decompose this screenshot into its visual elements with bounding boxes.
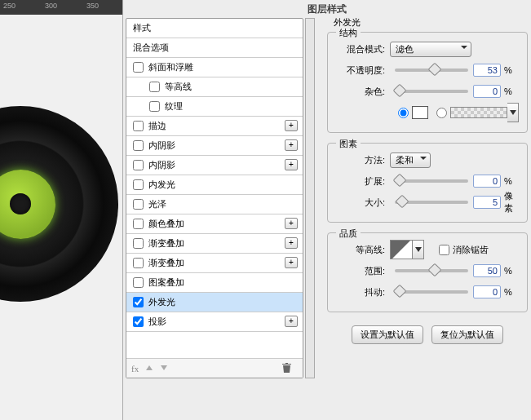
slider-opacity[interactable] (395, 69, 468, 72)
styles-scrollbar[interactable] (305, 18, 315, 378)
reset-default-button[interactable]: 复位为默认值 (431, 325, 503, 344)
sidebar-header-label: 混合选项 (133, 42, 169, 54)
radio-glow-gradient[interactable] (436, 108, 447, 118)
artwork-vinyl-label (0, 170, 55, 239)
slider-noise[interactable] (395, 90, 468, 93)
style-item-checkbox[interactable] (133, 258, 144, 268)
slider-jitter[interactable] (395, 290, 468, 294)
style-item[interactable]: 渐变叠加+ (126, 234, 303, 254)
add-instance-button[interactable]: + (285, 159, 298, 170)
sidebar-header-label: 样式 (133, 22, 151, 34)
style-item-checkbox[interactable] (133, 199, 144, 210)
slider-spread[interactable] (395, 179, 468, 183)
style-item[interactable]: 投影+ (126, 312, 303, 332)
style-item[interactable]: 斜面和浮雕 (126, 58, 303, 77)
style-item[interactable]: 图案叠加 (126, 273, 303, 293)
select-technique[interactable]: 柔和 (390, 153, 431, 168)
group-title-structure: 结构 (336, 27, 361, 39)
row-glow-color (334, 104, 520, 121)
row-blend-mode: 混合模式: 滤色 (334, 41, 520, 57)
style-item-label: 外发光 (148, 296, 175, 308)
style-item-checkbox[interactable] (133, 140, 144, 151)
style-item-checkbox[interactable] (133, 316, 144, 327)
style-item[interactable]: 光泽 (126, 195, 303, 214)
select-blend-mode[interactable]: 滤色 (390, 42, 471, 57)
style-item[interactable]: 外发光 (126, 293, 303, 312)
style-item[interactable]: 内阴影+ (126, 156, 303, 175)
artwork-vinyl-hole (10, 193, 31, 214)
style-item[interactable]: 内阴影+ (126, 136, 303, 156)
slider-size[interactable] (395, 201, 468, 204)
style-item-label: 渐变叠加 (148, 237, 184, 250)
style-item[interactable]: 内发光 (126, 175, 303, 195)
unit-percent: % (504, 176, 520, 186)
style-item[interactable]: 纹理 (126, 97, 303, 117)
style-item[interactable]: 等高线 (126, 77, 303, 97)
fx-icon[interactable]: fx (131, 364, 139, 374)
input-size[interactable] (473, 196, 501, 209)
style-item[interactable]: 渐变叠加+ (126, 254, 303, 273)
add-instance-button[interactable]: + (285, 139, 298, 151)
style-item-label: 斜面和浮雕 (148, 61, 193, 73)
artwork-vinyl (0, 106, 118, 302)
style-item-checkbox[interactable] (133, 238, 144, 249)
group-quality: 品质 等高线: 消除锯齿 范围: % 抖动: (327, 232, 528, 312)
row-technique: 方法: 柔和 (334, 152, 520, 168)
add-instance-button[interactable]: + (285, 120, 298, 131)
style-item[interactable]: 描边+ (126, 117, 303, 136)
unit-percent: % (504, 86, 520, 96)
input-jitter[interactable] (473, 285, 501, 298)
sidebar-header-styles[interactable]: 样式 (126, 19, 303, 38)
style-item-label: 内阴影 (148, 159, 175, 171)
row-spread: 扩展: % (334, 173, 520, 189)
style-item-checkbox[interactable] (133, 297, 144, 307)
group-structure: 结构 混合模式: 滤色 不透明度: % 杂色: (327, 32, 528, 133)
style-item-checkbox[interactable] (133, 219, 144, 229)
style-item-checkbox[interactable] (133, 277, 144, 288)
contour-swatch[interactable] (390, 240, 413, 259)
contour-dropdown-icon[interactable] (413, 240, 424, 259)
add-instance-button[interactable]: + (285, 237, 298, 249)
select-technique-value: 柔和 (396, 155, 414, 165)
style-item-label: 内发光 (148, 179, 175, 191)
input-opacity[interactable] (473, 64, 501, 77)
canvas-area: 250 300 350 (0, 0, 122, 420)
arrow-up-icon[interactable] (145, 364, 153, 374)
style-item-label: 图案叠加 (148, 276, 184, 289)
style-item-checkbox[interactable] (133, 179, 144, 190)
add-instance-button[interactable]: + (285, 218, 298, 229)
style-item-label: 等高线 (165, 81, 192, 93)
sidebar-header-blend[interactable]: 混合选项 (126, 38, 303, 58)
color-swatch-glow[interactable] (412, 106, 428, 119)
input-range[interactable] (473, 264, 501, 277)
style-item-label: 光泽 (148, 198, 166, 210)
row-opacity: 不透明度: % (334, 62, 520, 78)
gradient-dropdown-icon[interactable] (507, 103, 519, 122)
label-noise: 杂色: (334, 86, 385, 98)
layer-style-dialog: 图层样式 样式 混合选项 斜面和浮雕等高线纹理描边+内阴影+内阴影+内发光光泽颜… (122, 0, 531, 420)
style-item[interactable]: 颜色叠加+ (126, 214, 303, 234)
input-spread[interactable] (473, 175, 501, 188)
style-item-checkbox[interactable] (149, 82, 160, 92)
row-contour: 等高线: 消除锯齿 (334, 241, 520, 258)
radio-glow-solid[interactable] (398, 108, 409, 118)
arrow-down-icon[interactable] (160, 364, 168, 374)
ruler-mark: 350 (86, 2, 99, 10)
default-buttons-row: 设置为默认值 复位为默认值 (324, 322, 531, 344)
style-item-checkbox[interactable] (133, 160, 144, 170)
add-instance-button[interactable]: + (285, 316, 298, 327)
label-blend-mode: 混合模式: (334, 43, 385, 55)
style-item-checkbox[interactable] (149, 101, 160, 112)
make-default-button[interactable]: 设置为默认值 (352, 325, 423, 344)
trash-icon[interactable] (282, 363, 291, 374)
style-item-checkbox[interactable] (133, 62, 144, 73)
input-noise[interactable] (473, 85, 501, 98)
label-opacity: 不透明度: (334, 64, 385, 77)
group-elements: 图素 方法: 柔和 扩展: % 大小: (327, 143, 528, 223)
gradient-swatch-glow[interactable] (450, 107, 507, 118)
checkbox-anti-alias[interactable] (439, 245, 449, 255)
style-item-checkbox[interactable] (133, 121, 144, 131)
group-title-quality: 品质 (336, 228, 361, 240)
slider-range[interactable] (395, 269, 468, 272)
add-instance-button[interactable]: + (285, 257, 298, 268)
